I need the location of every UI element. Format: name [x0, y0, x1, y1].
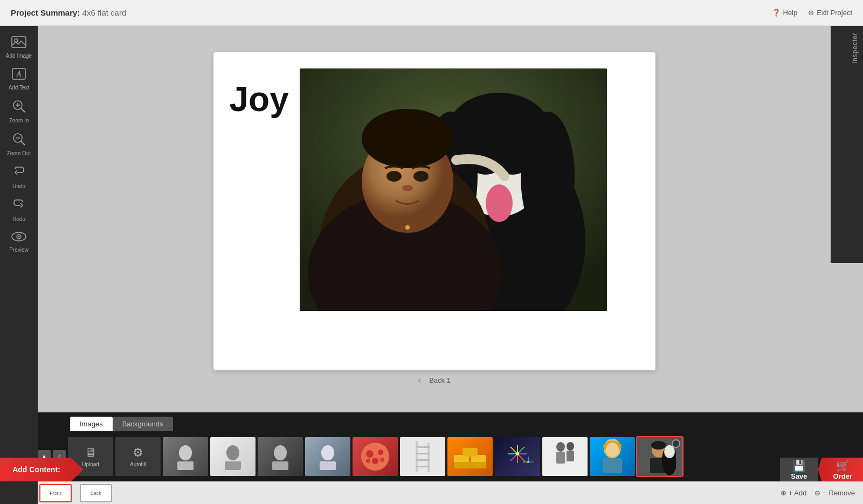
page-thumb-front-label: Front: [50, 491, 61, 496]
svg-rect-39: [320, 461, 336, 470]
exit-project-button[interactable]: ⊖ Exit Project: [808, 9, 852, 17]
prev-arrow[interactable]: ‹: [418, 375, 421, 386]
nav-area: ‹ Back 1: [418, 375, 451, 386]
svg-point-27: [362, 109, 453, 168]
zoom-out-tool[interactable]: Zoom Out: [0, 128, 38, 161]
add-page-icon: ⊕: [781, 489, 786, 497]
tab-row: Images Backgrounds: [38, 417, 863, 431]
thumbnail-item[interactable]: [258, 437, 303, 476]
add-page-button[interactable]: ⊕ + Add: [781, 489, 807, 497]
svg-point-38: [321, 445, 334, 460]
add-content-bar[interactable]: Add Content:: [0, 458, 84, 481]
svg-rect-48: [416, 446, 430, 448]
thumbnail-item[interactable]: [495, 437, 540, 476]
action-buttons: 💾 Save 🛒 Order: [780, 458, 863, 481]
zoom-in-label: Zoom In: [9, 118, 29, 123]
svg-point-23: [486, 184, 513, 222]
project-label: Project Summary:: [11, 8, 80, 17]
preview-label: Preview: [9, 247, 29, 253]
card-photo: [300, 68, 607, 311]
svg-rect-70: [556, 452, 565, 464]
thumbnail-item[interactable]: [163, 437, 208, 476]
redo-icon: [12, 198, 26, 215]
redo-tool[interactable]: Redo: [0, 194, 38, 226]
thumbnail-item[interactable]: [400, 437, 445, 476]
svg-point-42: [378, 450, 383, 455]
thumbnail-item[interactable]: [447, 437, 493, 476]
zoom-in-tool[interactable]: Zoom In: [0, 95, 38, 128]
svg-rect-50: [416, 459, 430, 461]
add-image-tool[interactable]: Add Image: [0, 31, 38, 63]
svg-point-41: [366, 450, 374, 458]
project-title: Project Summary: 4x6 flat card: [11, 8, 126, 17]
inspector-button[interactable]: Inspector: [847, 26, 863, 70]
svg-point-22: [521, 112, 575, 241]
svg-rect-51: [416, 466, 430, 467]
save-button[interactable]: 💾 Save: [780, 458, 818, 481]
svg-rect-33: [177, 461, 194, 470]
svg-line-64: [510, 455, 516, 461]
card-text[interactable]: Joy: [230, 79, 289, 119]
upload-label: Upload: [82, 461, 99, 467]
preview-icon: [11, 231, 26, 246]
nav-label: Back 1: [429, 376, 451, 384]
zoom-out-label: Zoom Out: [7, 150, 31, 156]
thumbnail-item[interactable]: [590, 437, 635, 476]
add-text-tool[interactable]: A Add Text: [0, 63, 38, 95]
pages-actions: ⊕ + Add ⊖ − Remove: [781, 489, 855, 497]
undo-label: Undo: [12, 183, 25, 189]
exit-label: Exit Project: [817, 9, 852, 17]
svg-line-62: [519, 455, 524, 461]
svg-point-1: [15, 39, 18, 42]
remove-page-label: − Remove: [823, 489, 855, 497]
card-image[interactable]: [300, 68, 607, 311]
svg-point-45: [380, 458, 384, 462]
order-button[interactable]: 🛒 Order: [818, 458, 863, 481]
page-thumb-front[interactable]: Front: [39, 484, 72, 502]
card-frame: Joy: [213, 52, 655, 370]
svg-rect-54: [462, 448, 478, 457]
svg-point-28: [386, 171, 402, 182]
thumbnail-item-selected[interactable]: [637, 437, 682, 476]
undo-tool[interactable]: Undo: [0, 161, 38, 194]
add-text-label: Add Text: [9, 85, 30, 91]
add-text-icon: A: [11, 67, 26, 84]
thumbnail-item[interactable]: [210, 437, 256, 476]
save-label: Save: [791, 472, 807, 480]
undo-icon: [12, 165, 26, 182]
svg-rect-72: [567, 451, 574, 461]
remove-page-button[interactable]: ⊖ − Remove: [814, 489, 855, 497]
selected-check: [672, 439, 680, 448]
project-type: 4x6 flat card: [82, 8, 127, 17]
svg-point-71: [567, 442, 574, 451]
add-page-label: + Add: [789, 489, 807, 497]
exit-icon: ⊖: [808, 9, 814, 17]
zoom-in-icon: [12, 99, 26, 116]
thumbnail-item[interactable]: [353, 437, 398, 476]
svg-rect-37: [272, 461, 288, 470]
autofill-thumb[interactable]: ⚙ Autofill: [115, 437, 161, 476]
svg-rect-76: [603, 458, 622, 473]
page-thumb-back[interactable]: Back: [80, 484, 112, 502]
header-actions: ❓ Help ⊖ Exit Project: [772, 9, 853, 17]
svg-point-65: [527, 461, 529, 463]
pages-bar: Pages: Front Back ⊕ + Add ⊖ − Remove: [0, 481, 863, 504]
order-icon: 🛒: [836, 459, 850, 472]
thumbnail-item[interactable]: [305, 437, 350, 476]
svg-point-30: [402, 185, 413, 191]
zoom-out-icon: [12, 132, 26, 149]
svg-point-69: [556, 442, 565, 452]
help-button[interactable]: ❓ Help: [772, 9, 798, 17]
svg-point-79: [651, 441, 666, 450]
tab-backgrounds[interactable]: Backgrounds: [113, 417, 173, 431]
upload-icon: 🖥: [85, 446, 96, 460]
tab-images[interactable]: Images: [70, 417, 113, 431]
svg-rect-55: [454, 462, 486, 468]
svg-point-32: [179, 445, 192, 460]
bottom-panel: Images Backgrounds ▲ ‹ 🖥 Upload ⚙ Autofi…: [38, 412, 863, 481]
preview-tool[interactable]: Preview: [0, 226, 38, 257]
header: Project Summary: 4x6 flat card ❓ Help ⊖ …: [0, 0, 863, 26]
svg-point-75: [606, 443, 619, 457]
thumbnail-strip: ▲ ‹ 🖥 Upload ⚙ Autofill: [38, 431, 863, 481]
thumbnail-item[interactable]: [542, 437, 588, 476]
